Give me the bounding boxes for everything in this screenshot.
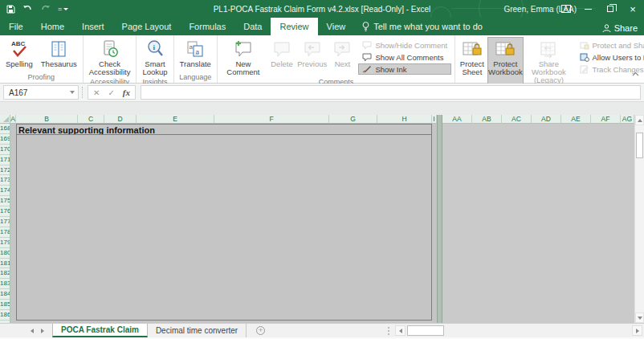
svg-text:ABC: ABC bbox=[11, 40, 26, 47]
row-header-176[interactable]: 176 bbox=[0, 206, 10, 217]
row-header-178[interactable]: 178 bbox=[0, 227, 10, 238]
check-accessibility-button[interactable]: Check Accessibility bbox=[85, 37, 135, 77]
name-box-dropdown-icon[interactable] bbox=[70, 91, 75, 94]
row-header-175[interactable]: 175 bbox=[0, 196, 10, 206]
translate-button[interactable]: aa̲ Translate bbox=[176, 37, 215, 72]
save-button[interactable] bbox=[6, 2, 15, 15]
pane-split-bar[interactable] bbox=[437, 115, 442, 323]
column-header-AB[interactable]: AB bbox=[472, 115, 502, 124]
pane-left[interactable]: Relevant supporting information bbox=[10, 124, 437, 323]
menu-tab-review[interactable]: Review bbox=[271, 18, 317, 35]
pane-right[interactable] bbox=[442, 124, 634, 323]
row-header-172[interactable]: 172 bbox=[0, 165, 10, 176]
horizontal-scrollbar[interactable] bbox=[390, 324, 644, 337]
menu-tab-file[interactable]: File bbox=[0, 18, 32, 35]
row-header-182[interactable]: 182 bbox=[0, 268, 10, 279]
row-header-177[interactable]: 177 bbox=[0, 217, 10, 227]
spelling-button[interactable]: ABC Spelling bbox=[2, 37, 37, 72]
row-header-170[interactable]: 170 bbox=[0, 145, 10, 155]
formula-buttons: ✕ ✓ fx bbox=[88, 85, 136, 100]
row-header-171[interactable]: 171 bbox=[0, 155, 10, 165]
column-header-AF[interactable]: AF bbox=[591, 115, 621, 124]
enter-button[interactable]: ✓ bbox=[108, 88, 114, 97]
column-header-A[interactable]: A bbox=[10, 115, 16, 124]
column-header-AA[interactable]: AA bbox=[442, 115, 472, 124]
select-all-corner[interactable] bbox=[0, 115, 10, 124]
close-button[interactable]: × bbox=[622, 0, 644, 18]
horizontal-scrollbar-thumb[interactable] bbox=[407, 325, 444, 336]
vertical-scrollbar[interactable] bbox=[634, 115, 644, 323]
row-header-173[interactable]: 173 bbox=[0, 175, 10, 186]
show-ink-button[interactable]: Show Ink bbox=[358, 63, 451, 75]
next-comment-button[interactable]: Next bbox=[328, 37, 357, 77]
scroll-down-button[interactable] bbox=[635, 312, 644, 323]
scroll-left-button[interactable] bbox=[395, 325, 406, 336]
share-workbook-legacy-button[interactable]: Share Workbook (Legacy) bbox=[524, 37, 573, 85]
sheet-tab-poca-fastrak-claim[interactable]: POCA Fastrak Claim bbox=[52, 324, 148, 337]
new-comment-button[interactable]: New Comment bbox=[219, 37, 267, 77]
restore-button[interactable] bbox=[599, 0, 622, 18]
column-header-AD[interactable]: AD bbox=[532, 115, 561, 124]
row-header-169[interactable]: 169 bbox=[0, 134, 10, 145]
protect-workbook-button[interactable]: Protect Workbook bbox=[487, 37, 524, 85]
group-label-language: Language bbox=[176, 72, 215, 83]
plus-icon: + bbox=[256, 326, 265, 335]
menu-tab-data[interactable]: Data bbox=[234, 18, 271, 35]
sheet-tab-decimal-time-converter[interactable]: Decimal time converter bbox=[148, 324, 247, 337]
column-header-AG[interactable]: AG bbox=[621, 115, 634, 124]
insert-function-button[interactable]: fx bbox=[123, 88, 130, 97]
undo-button[interactable] bbox=[22, 2, 33, 15]
row-header-179[interactable]: 179 bbox=[0, 238, 10, 248]
share-button[interactable]: Share bbox=[602, 23, 638, 33]
tell-me-box[interactable]: Tell me what you want to do bbox=[354, 18, 491, 35]
row-header-184[interactable]: 184 bbox=[0, 289, 10, 300]
menu-tab-page-layout[interactable]: Page Layout bbox=[113, 18, 181, 35]
cancel-button[interactable]: ✕ bbox=[93, 88, 100, 97]
column-header-AE[interactable]: AE bbox=[561, 115, 591, 124]
row-header-180[interactable]: 180 bbox=[0, 248, 10, 259]
minimize-button[interactable] bbox=[577, 0, 599, 18]
formula-input[interactable] bbox=[141, 85, 641, 100]
column-header-B[interactable]: B bbox=[16, 115, 78, 124]
redo-button[interactable] bbox=[40, 2, 51, 15]
column-header-G[interactable]: G bbox=[329, 115, 377, 124]
new-sheet-button[interactable]: + bbox=[247, 324, 275, 337]
thesaurus-button[interactable]: Thesaurus bbox=[37, 37, 81, 72]
collapse-ribbon-button[interactable] bbox=[632, 65, 639, 80]
previous-comment-button[interactable]: Previous bbox=[296, 37, 328, 77]
column-header-D[interactable]: D bbox=[104, 115, 137, 124]
row-header-185[interactable]: 185 bbox=[0, 300, 10, 310]
previous-comment-label: Previous bbox=[297, 60, 327, 68]
show-hide-comment-icon bbox=[362, 41, 372, 50]
column-header-F[interactable]: F bbox=[214, 115, 329, 124]
smart-lookup-button[interactable]: i Smart Lookup bbox=[138, 37, 171, 77]
menu-tab-view[interactable]: View bbox=[318, 18, 355, 35]
menu-tab-formulas[interactable]: Formulas bbox=[180, 18, 234, 35]
row-header-183[interactable]: 183 bbox=[0, 279, 10, 289]
row-header-168[interactable]: 168 bbox=[0, 124, 10, 134]
protect-sheet-button[interactable]: Protect Sheet bbox=[457, 37, 487, 85]
name-box[interactable]: A167 bbox=[3, 85, 79, 100]
column-header-H[interactable]: H bbox=[377, 115, 432, 124]
column-header-AC[interactable]: AC bbox=[502, 115, 532, 124]
row-header-181[interactable]: 181 bbox=[0, 259, 10, 269]
qat-customize-button[interactable]: = bbox=[58, 2, 68, 15]
protect-and-share-workbook-button[interactable]: Protect and Share Workbook (Legacy) bbox=[576, 39, 644, 51]
sheet-nav-right-button[interactable] bbox=[41, 329, 44, 333]
scroll-right-button[interactable] bbox=[632, 325, 642, 336]
delete-comment-button[interactable]: Delete bbox=[267, 37, 296, 77]
scroll-up-button[interactable] bbox=[635, 115, 644, 125]
row-header-174[interactable]: 174 bbox=[0, 186, 10, 196]
menu-tab-insert[interactable]: Insert bbox=[73, 18, 113, 35]
column-header-C[interactable]: C bbox=[78, 115, 104, 124]
show-all-comments-button[interactable]: Show All Comments bbox=[358, 51, 451, 63]
chevron-up-icon bbox=[632, 71, 639, 76]
ribbon-display-options-button[interactable] bbox=[556, 0, 577, 18]
allow-users-edit-ranges-button[interactable]: Allow Users to Edit Ranges bbox=[576, 51, 644, 63]
menu-tab-home[interactable]: Home bbox=[32, 18, 73, 35]
column-header-E[interactable]: E bbox=[137, 115, 214, 124]
vertical-scrollbar-thumb[interactable] bbox=[636, 133, 643, 158]
row-header-186[interactable]: 186 bbox=[0, 310, 10, 321]
sheet-nav-left-button[interactable] bbox=[31, 329, 34, 333]
show-hide-comment-button[interactable]: Show/Hide Comment bbox=[358, 39, 451, 51]
